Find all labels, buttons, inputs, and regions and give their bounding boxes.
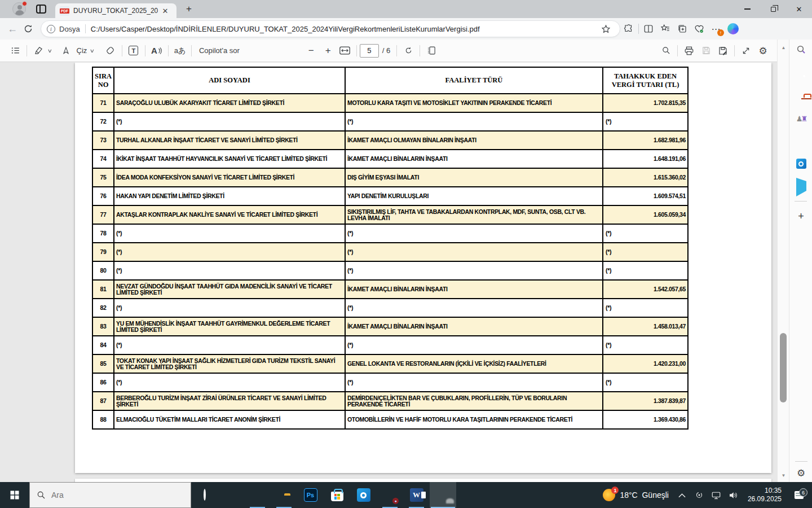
search-document-icon[interactable]: [657, 42, 674, 59]
sidebar-item-outlook[interactable]: [789, 152, 812, 175]
url-field[interactable]: i Dosya C:/Users/Casper/Desktop/İNDİRİLE…: [41, 20, 620, 37]
cell-vergi-tutari: (*): [603, 261, 688, 280]
taskbar-app-photoshop[interactable]: Ps: [297, 482, 324, 508]
taskbar-app-file-explorer[interactable]: [271, 482, 297, 508]
cell-faaliyet-turu: SIKIŞTIRILMIŞ LİF, TAHTA VE TABAKALARDAN…: [345, 205, 603, 224]
draw-label[interactable]: Çiz: [77, 46, 87, 55]
weather-widget[interactable]: 1 18°C Güneşli: [599, 489, 672, 501]
taskbar-app-microsoft-store[interactable]: [324, 482, 350, 508]
browser-essentials-icon[interactable]: [691, 20, 708, 37]
volume-icon[interactable]: [726, 491, 740, 500]
divider: [420, 45, 420, 56]
start-button[interactable]: [0, 482, 29, 508]
read-aloud-icon[interactable]: A: [148, 42, 165, 59]
cell-vergi-tutari: 1.369.430,86: [603, 410, 688, 429]
sidebar-add-button[interactable]: +: [789, 205, 812, 227]
taskbar-search-input[interactable]: [51, 491, 164, 500]
translate-icon[interactable]: aあ: [171, 42, 188, 59]
split-screen-icon[interactable]: [640, 20, 657, 37]
add-text-icon[interactable]: T: [125, 42, 142, 59]
pdf-scrollbar[interactable]: ▲ ▼: [777, 40, 789, 482]
clock-widget[interactable]: 10:35 26.09.2025: [743, 487, 786, 503]
page-info-icon[interactable]: i: [47, 25, 55, 33]
save-icon[interactable]: [698, 42, 714, 59]
profile-badge: ●: [392, 497, 399, 505]
sidebar-item-shopping[interactable]: [789, 62, 812, 85]
back-icon[interactable]: ←: [5, 21, 20, 37]
fit-to-width-icon[interactable]: [337, 42, 354, 59]
sidebar-item-games[interactable]: ♟♜: [789, 107, 812, 130]
print-icon[interactable]: [681, 42, 698, 59]
cell-sira-no: 72: [92, 112, 114, 131]
zoom-in-icon[interactable]: +: [320, 42, 337, 59]
cell-sira-no: 80: [92, 261, 114, 280]
taskbar-app-copilot[interactable]: [218, 482, 244, 508]
taskbar-app-edge[interactable]: [430, 482, 456, 508]
cell-faaliyet-turu: YAPI DENETİM KURULUŞLARI: [345, 187, 603, 205]
cell-faaliyet-turu: DEMİRDEN/ÇELİKTEN BAR VE ÇUBUKLARIN, PRO…: [345, 392, 603, 410]
sidebar-item-search[interactable]: [789, 40, 812, 62]
page-number-input[interactable]: [360, 44, 379, 58]
draw-pen-icon[interactable]: [58, 42, 74, 59]
cell-faaliyet-turu: (*): [345, 299, 603, 317]
cell-vergi-tutari: (*): [603, 243, 688, 261]
new-tab-button[interactable]: +: [182, 2, 196, 16]
sidebar-settings-gear-icon[interactable]: ⚙: [797, 467, 805, 479]
tab-close-icon[interactable]: ✕: [160, 6, 170, 16]
profile-avatar[interactable]: [12, 2, 26, 16]
zoom-out-icon[interactable]: −: [303, 42, 320, 59]
tray-chevron-up-icon[interactable]: [676, 493, 689, 498]
restore-button[interactable]: [760, 0, 786, 18]
search-icon: [37, 491, 46, 500]
workspaces-icon[interactable]: [36, 5, 46, 14]
copilot-icon[interactable]: [725, 20, 742, 37]
more-menu-icon[interactable]: ⋯ ↑: [708, 20, 725, 37]
taskbar-app-word[interactable]: W: [403, 482, 430, 508]
divider: [677, 45, 678, 56]
favorites-icon[interactable]: [657, 20, 674, 37]
sidebar-item-drop[interactable]: [789, 175, 812, 198]
table-of-contents-icon[interactable]: [7, 42, 24, 59]
save-as-icon[interactable]: [714, 42, 731, 59]
outlook-icon: [796, 159, 806, 169]
taskbar-search-box[interactable]: [29, 482, 191, 508]
tray-sync-icon[interactable]: [692, 491, 706, 500]
cell-sira-no: 87: [92, 392, 114, 410]
table-row: 82(*)(*)(*): [92, 299, 688, 317]
sidebar-item-microsoft-365[interactable]: [789, 130, 812, 152]
collections-icon[interactable]: [674, 20, 691, 37]
taskbar-app-chrome[interactable]: [244, 482, 271, 508]
notification-center-button[interactable]: 6: [789, 491, 809, 499]
taskbar-app-cortana[interactable]: [191, 482, 218, 508]
scrollbar-thumb[interactable]: [780, 333, 787, 402]
taskbar-app-chrome-profile[interactable]: ●: [377, 482, 403, 508]
tab-pdf-document[interactable]: PDF DUYURU_TOKAT_2025_2024YiliVe ✕: [55, 3, 176, 18]
favorite-star-icon[interactable]: [597, 20, 614, 37]
scroll-up-icon[interactable]: ▲: [778, 43, 789, 52]
divider: [27, 45, 27, 56]
refresh-icon[interactable]: [20, 21, 36, 37]
highlighter-icon[interactable]: [30, 42, 47, 59]
url-text[interactable]: C:/Users/Casper/Desktop/İNDİRİLENLER/DUY…: [91, 25, 594, 33]
extensions-icon[interactable]: [620, 20, 637, 37]
minimize-button[interactable]: [734, 0, 760, 18]
cell-faaliyet-turu: (*): [345, 336, 603, 354]
highlighter-dropdown-icon[interactable]: ∨: [47, 48, 52, 54]
pdf-toolbar: ∨ Çiz ∨ T A aあ Copilot'a sor − + / 6: [0, 40, 777, 62]
rotate-icon[interactable]: [400, 42, 417, 59]
sidebar-item-tools[interactable]: [789, 85, 812, 107]
scroll-down-icon[interactable]: ▼: [778, 471, 789, 480]
page-view-icon[interactable]: [423, 42, 440, 59]
network-icon[interactable]: [709, 491, 723, 500]
draw-dropdown-icon[interactable]: ∨: [90, 48, 95, 54]
cell-adi-soyadi: YU EM MÜHENDİSLİK İNŞAAT TAAHHÜT GAYRİME…: [114, 317, 345, 336]
close-button[interactable]: ✕: [786, 0, 812, 18]
divider: [122, 45, 122, 56]
taskbar-app-outlook[interactable]: [350, 482, 377, 508]
pdf-settings-gear-icon[interactable]: ⚙: [754, 42, 771, 59]
photoshop-icon: Ps: [304, 488, 317, 502]
cell-faaliyet-turu: MOTORLU KARA TAŞITI VE MOTOSİKLET YAKITI…: [345, 94, 603, 112]
eraser-icon[interactable]: [102, 42, 119, 59]
fullscreen-icon[interactable]: [738, 42, 754, 59]
ask-copilot-button[interactable]: Copilot'a sor: [199, 46, 240, 55]
